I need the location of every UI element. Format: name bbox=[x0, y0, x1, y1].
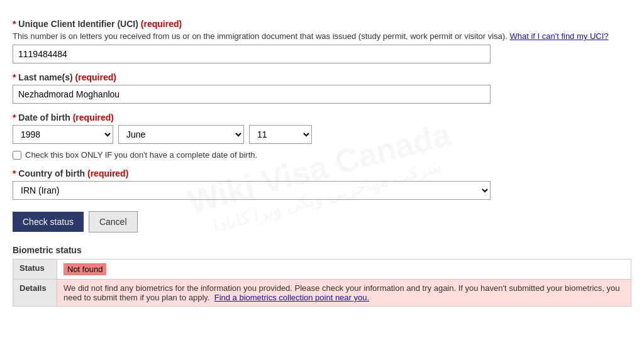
biometrics-collection-link[interactable]: Find a biometrics collection point near … bbox=[214, 293, 369, 302]
uci-label: * Unique Client Identifier (UCI) (requir… bbox=[13, 19, 631, 29]
dob-day-select[interactable]: 1234 5678 91011 12131415 bbox=[249, 125, 312, 144]
dob-checkbox-row: Check this box ONLY IF you don't have a … bbox=[13, 150, 631, 160]
country-field-group: * Country of birth (required) IRN (Iran)… bbox=[13, 168, 631, 200]
uci-field-group: * Unique Client Identifier (UCI) (requir… bbox=[13, 19, 631, 63]
biometric-title: Biometric status bbox=[13, 245, 631, 255]
status-badge: Not found bbox=[64, 263, 106, 275]
cancel-button[interactable]: Cancel bbox=[89, 211, 138, 232]
lastname-label: * Last name(s) (required) bbox=[13, 72, 631, 82]
form-buttons: Check status Cancel bbox=[13, 211, 631, 232]
dob-month-select[interactable]: January February March April May June Ju… bbox=[118, 125, 244, 144]
dob-checkbox-label: Check this box ONLY IF you don't have a … bbox=[25, 150, 257, 160]
dob-year-select[interactable]: 1998 1997 1999 bbox=[13, 125, 113, 144]
biometric-section: Biometric status Status Not found Detail… bbox=[13, 245, 631, 307]
status-label-cell: Status bbox=[13, 259, 57, 280]
uci-input[interactable] bbox=[13, 45, 491, 63]
table-row-details: Details We did not find any biometrics f… bbox=[13, 280, 631, 307]
uci-help-link[interactable]: What if I can't find my UCI? bbox=[509, 31, 608, 41]
country-label: * Country of birth (required) bbox=[13, 168, 631, 178]
country-select[interactable]: IRN (Iran) CAN (Canada) USA (United Stat… bbox=[13, 181, 491, 200]
dob-selects-row: 1998 1997 1999 January February March Ap… bbox=[13, 125, 631, 144]
table-row-status: Status Not found bbox=[13, 259, 631, 280]
dob-label: * Date of birth (required) bbox=[13, 112, 631, 123]
biometric-table: Status Not found Details We did not find… bbox=[13, 259, 631, 307]
dob-checkbox[interactable] bbox=[13, 151, 21, 160]
lastname-input[interactable] bbox=[13, 85, 491, 104]
status-value-cell: Not found bbox=[57, 259, 631, 280]
lastname-field-group: * Last name(s) (required) bbox=[13, 72, 631, 104]
details-value-cell: We did not find any biometrics for the i… bbox=[57, 280, 631, 307]
uci-help-text: This number is on letters you received f… bbox=[13, 31, 631, 41]
dob-field-group: * Date of birth (required) 1998 1997 199… bbox=[13, 112, 631, 160]
details-label-cell: Details bbox=[13, 280, 57, 307]
check-status-button[interactable]: Check status bbox=[13, 212, 84, 232]
